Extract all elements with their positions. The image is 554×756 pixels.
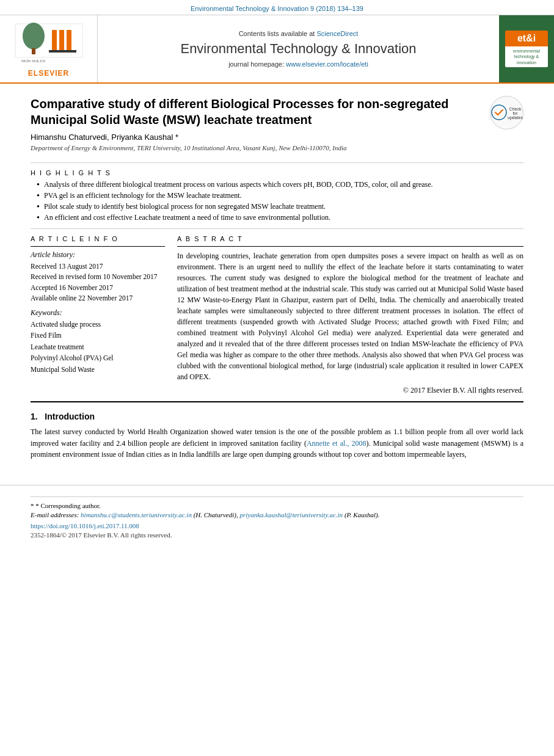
intro-paragraph: The latest survey conducted by World Hea… [31, 426, 523, 460]
svg-rect-4 [59, 30, 64, 51]
abstract-divider [177, 246, 523, 247]
article-title-text: Comparative study of different Biologica… [31, 96, 481, 156]
doi-text[interactable]: https://doi.org/10.1016/j.eti.2017.11.00… [31, 522, 139, 529]
keyword-1: Activated sludge process [31, 319, 165, 330]
journal-top-bar: Environmental Technology & Innovation 9 … [0, 0, 554, 15]
authors-line: Himanshu Chaturvedi, Priyanka Kaushal * [31, 133, 481, 142]
intro-heading: 1. Introduction [31, 412, 523, 421]
highlight-item-2: PVA gel is an efficient technology for t… [37, 191, 523, 200]
copyright-line: © 2017 Elsevier B.V. All rights reserved… [177, 386, 523, 395]
accepted-date: Accepted 16 November 2017 [31, 283, 165, 293]
keyword-5: Municipal Solid Waste [31, 364, 165, 375]
journal-title-area: Contents lists available at ScienceDirec… [98, 15, 499, 82]
article-info-label: A R T I C L E I N F O [31, 235, 165, 242]
homepage-url[interactable]: www.elsevier.com/locate/eti [286, 60, 368, 68]
article-title-block: Comparative study of different Biologica… [31, 96, 523, 156]
article-info-divider [31, 246, 165, 247]
main-content: Comparative study of different Biologica… [0, 84, 554, 473]
received-date: Received 13 August 2017 [31, 261, 165, 272]
email2-attribution: (P. Kaushal). [344, 511, 380, 518]
elsevier-logo-area: NON SOLUS ELSEVIER [0, 15, 98, 82]
introduction-section: 1. Introduction The latest survey conduc… [31, 412, 523, 460]
email1-attribution: (H. Chaturvedi), [194, 511, 240, 518]
article-title: Comparative study of different Biologica… [31, 96, 481, 128]
svg-point-8 [492, 105, 506, 120]
abstract-col: A B S T R A C T In developing countries,… [177, 235, 523, 395]
journal-header: NON SOLUS ELSEVIER Contents lists availa… [0, 15, 554, 84]
footer-divider [31, 496, 523, 497]
email1[interactable]: himanshu.c@students.teriuniversity.ac.in [81, 511, 192, 518]
highlights-section: H I G H L I G H T S Analysis of three di… [31, 169, 523, 222]
eti-badge-bottom: environmentaltechnology &innovation [505, 46, 548, 67]
svg-rect-2 [32, 48, 35, 54]
svg-point-1 [23, 23, 45, 49]
highlight-item-3: Pilot scale study to identify best biolo… [37, 202, 523, 211]
svg-rect-6 [49, 50, 76, 53]
intro-number: 1. [31, 412, 38, 421]
history-title: Article history: [31, 250, 165, 260]
journal-title: Environmental Technology & Innovation [180, 41, 416, 57]
highlights-divider [31, 228, 523, 229]
authors-text: Himanshu Chaturvedi, Priyanka Kaushal * [31, 133, 178, 142]
corresponding-author-text: * Corresponding author. [35, 502, 101, 509]
two-col-section: A R T I C L E I N F O Article history: R… [31, 235, 523, 395]
highlights-label: H I G H L I G H T S [31, 169, 523, 176]
keyword-4: Polyvinyl Alcohol (PVA) Gel [31, 352, 165, 363]
svg-text:NON SOLUS: NON SOLUS [21, 59, 45, 64]
sciencedirect-link[interactable]: ScienceDirect [316, 30, 358, 37]
eti-badge-area: et&i environmentaltechnology &innovation [499, 15, 554, 82]
footer-emails: E-mail addresses: himanshu.c@students.te… [31, 511, 523, 518]
abstract-label: A B S T R A C T [177, 235, 523, 242]
keyword-2: Fixed Film [31, 330, 165, 341]
page: Environmental Technology & Innovation 9 … [0, 0, 554, 756]
eti-badge: et&i environmentaltechnology &innovation [504, 21, 549, 76]
check-updates-badge: Check for updates [490, 96, 523, 129]
keywords-label: Keywords: [31, 308, 165, 318]
footer-issn: 2352-1864/© 2017 Elsevier B.V. All right… [31, 531, 523, 539]
email2[interactable]: priyanka.kaushal@teriuniversity.ac.in [239, 511, 343, 518]
journal-citation: Environmental Technology & Innovation 9 … [191, 5, 363, 12]
revised-date: Received in revised form 10 November 201… [31, 272, 165, 282]
title-divider [31, 162, 523, 163]
elsevier-logo-svg: NON SOLUS [9, 21, 89, 67]
abstract-text: In developing countries, leachate genera… [177, 250, 523, 382]
article-info-col: A R T I C L E I N F O Article history: R… [31, 235, 165, 395]
intro-title-text: Introduction [45, 412, 95, 421]
sciencedirect-line: Contents lists available at ScienceDirec… [239, 30, 359, 37]
footer-doi[interactable]: https://doi.org/10.1016/j.eti.2017.11.00… [31, 522, 523, 529]
svg-rect-3 [52, 30, 57, 51]
contents-available-label: Contents lists available at [239, 30, 315, 37]
highlight-item-4: An efficient and cost effective Leachate… [37, 213, 523, 222]
emails-label: E-mail addresses: [31, 511, 79, 518]
affiliation: Department of Energy & Environment, TERI… [31, 144, 481, 151]
section-divider [31, 401, 523, 402]
journal-homepage: journal homepage: www.elsevier.com/locat… [228, 60, 368, 68]
available-date: Available online 22 November 2017 [31, 293, 165, 303]
svg-rect-5 [67, 30, 71, 51]
check-updates-icon [490, 104, 508, 121]
keyword-3: Leachate treatment [31, 341, 165, 352]
check-icon-inner [490, 104, 508, 122]
page-footer: * * Corresponding author. E-mail address… [0, 485, 554, 545]
homepage-label: journal homepage: [228, 60, 284, 68]
star-symbol: * [31, 502, 35, 509]
highlight-item-1: Analysis of three different biological t… [37, 180, 523, 189]
check-updates-text: Check for updates [508, 107, 523, 120]
highlights-list: Analysis of three different biological t… [31, 180, 523, 222]
elsevier-brand-text: ELSEVIER [28, 69, 69, 78]
corresponding-author-note: * * Corresponding author. [31, 502, 523, 509]
eti-badge-top: et&i [505, 31, 548, 46]
annette-ref[interactable]: Annette et al., 2008 [307, 439, 366, 448]
